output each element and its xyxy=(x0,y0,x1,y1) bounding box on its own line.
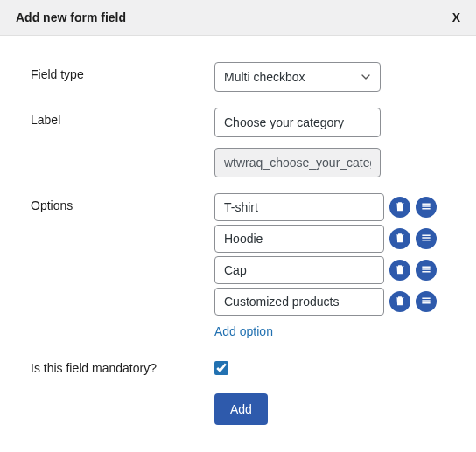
option-drag-handle[interactable] xyxy=(416,260,437,281)
row-label: Label xyxy=(31,108,445,177)
trash-icon xyxy=(394,232,406,247)
label-slug-input xyxy=(214,148,381,177)
mandatory-checkbox[interactable] xyxy=(214,361,228,375)
option-delete-button[interactable] xyxy=(389,228,410,249)
modal-header: Add new form field X xyxy=(0,0,476,36)
trash-icon xyxy=(394,200,406,215)
option-input[interactable] xyxy=(214,225,384,253)
add-option-link[interactable]: Add option xyxy=(214,324,273,338)
option-delete-button[interactable] xyxy=(389,291,410,312)
trash-icon xyxy=(394,295,406,309)
option-row xyxy=(214,256,445,284)
svg-rect-5 xyxy=(422,240,430,240)
option-delete-button[interactable] xyxy=(389,197,410,218)
row-options: Options xyxy=(31,193,445,338)
svg-rect-2 xyxy=(422,208,430,209)
add-button[interactable]: Add xyxy=(214,393,268,425)
label-mandatory: Is this field mandatory? xyxy=(31,356,214,375)
label-field-type: Field type xyxy=(31,62,214,81)
svg-rect-10 xyxy=(422,300,430,301)
label-options: Options xyxy=(31,193,214,212)
row-mandatory: Is this field mandatory? xyxy=(31,356,445,378)
field-type-select[interactable]: Multi checkbox xyxy=(214,62,381,92)
option-row xyxy=(214,193,445,221)
modal-body: Field type Multi checkbox Label Options xyxy=(0,36,476,451)
option-drag-handle[interactable] xyxy=(416,291,437,312)
svg-rect-1 xyxy=(422,205,430,206)
row-field-type: Field type Multi checkbox xyxy=(31,62,445,92)
option-row xyxy=(214,288,445,316)
option-input[interactable] xyxy=(214,256,384,284)
option-drag-handle[interactable] xyxy=(416,228,437,249)
options-list xyxy=(214,193,445,316)
svg-rect-9 xyxy=(422,297,430,298)
svg-rect-11 xyxy=(422,302,430,303)
drag-icon xyxy=(420,295,432,309)
svg-rect-8 xyxy=(422,271,430,272)
svg-rect-4 xyxy=(422,237,430,238)
option-input[interactable] xyxy=(214,288,384,316)
close-button[interactable]: X xyxy=(452,10,460,24)
label-label: Label xyxy=(31,108,214,127)
svg-rect-7 xyxy=(422,268,430,269)
option-input[interactable] xyxy=(214,193,384,221)
option-drag-handle[interactable] xyxy=(416,197,437,218)
row-submit: Add xyxy=(31,393,445,425)
drag-icon xyxy=(420,232,432,247)
drag-icon xyxy=(420,263,432,278)
option-row xyxy=(214,225,445,253)
modal-title: Add new form field xyxy=(16,10,126,24)
svg-rect-6 xyxy=(422,266,430,267)
svg-rect-0 xyxy=(422,203,430,204)
drag-icon xyxy=(420,200,432,215)
trash-icon xyxy=(394,263,406,278)
option-delete-button[interactable] xyxy=(389,260,410,281)
label-input[interactable] xyxy=(214,108,381,137)
svg-rect-3 xyxy=(422,234,430,235)
